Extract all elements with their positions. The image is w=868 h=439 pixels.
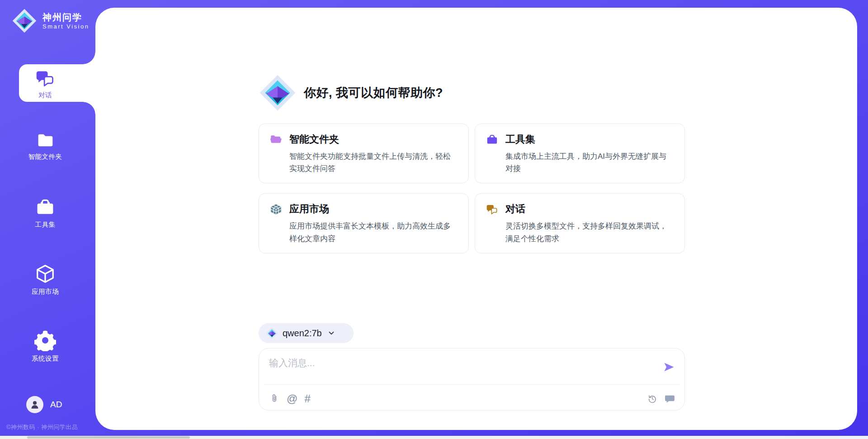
send-button[interactable] <box>663 361 675 373</box>
sidebar-item-label: 工具集 <box>0 220 90 229</box>
sidebar: 神州问学 Smart Vision 对话 智能文件夹 工具集 应用市场 系统设置… <box>0 0 95 439</box>
sidebar-item-chat[interactable]: 对话 <box>0 64 90 100</box>
brand-subtitle: Smart Vision <box>42 23 89 30</box>
at-sign-icon: @ <box>287 393 297 404</box>
mention-button[interactable]: @ <box>287 393 297 404</box>
copyright-text: ©神州数码 · 神州问学出品 <box>6 423 78 431</box>
tab-fillet-bottom <box>83 102 95 115</box>
content-column: 你好, 我可以如何帮助你? 智能文件夹 智能文件夹功能支持批量文件上传与清洗，轻… <box>259 8 685 430</box>
message-input[interactable] <box>269 357 640 382</box>
folder-open-icon <box>270 134 282 146</box>
sidebar-item-smart-folders[interactable]: 智能文件夹 <box>0 131 90 161</box>
card-description: 应用市场提供丰富长文本模板，助力高效生成多样化文章内容 <box>270 220 458 244</box>
brand: 神州问学 Smart Vision <box>12 8 89 33</box>
brand-name: 神州问学 <box>42 12 89 23</box>
scrollbar-thumb[interactable] <box>27 436 190 439</box>
card-description: 灵活切换多模型文件，支持多样回复效果调试，满足个性化需求 <box>486 220 674 244</box>
history-icon <box>647 393 658 404</box>
send-icon <box>663 361 675 373</box>
folder-icon <box>36 131 55 149</box>
avatar <box>26 396 43 413</box>
history-button[interactable] <box>647 393 658 404</box>
horizontal-scrollbar[interactable] <box>0 436 868 439</box>
model-name: qwen2:7b <box>283 328 322 339</box>
composer-toolbar: @ # <box>269 391 675 406</box>
sidebar-item-label: 智能文件夹 <box>0 153 90 161</box>
tab-fillet-top <box>83 52 95 64</box>
composer-divider <box>264 384 680 385</box>
user-account[interactable]: AD <box>26 396 62 413</box>
grid-cube-icon <box>270 203 282 215</box>
card-toolset[interactable]: 工具集 集成市场上主流工具，助力AI与外界无缝扩展与对接 <box>475 124 685 183</box>
gem-logo-icon <box>12 8 37 33</box>
gear-icon <box>34 329 56 351</box>
conversation-button[interactable] <box>664 393 675 405</box>
message-icon <box>664 393 675 405</box>
toolbox-icon <box>35 197 55 217</box>
paperclip-icon <box>269 393 280 405</box>
feature-cards: 智能文件夹 智能文件夹功能支持批量文件上传与清洗，轻松实现文件问答 工具集 集成… <box>259 124 685 253</box>
person-icon <box>29 399 41 410</box>
card-smart-folders[interactable]: 智能文件夹 智能文件夹功能支持批量文件上传与清洗，轻松实现文件问答 <box>259 124 469 183</box>
card-title: 应用市场 <box>289 202 329 216</box>
main-panel: 你好, 我可以如何帮助你? 智能文件夹 智能文件夹功能支持批量文件上传与清洗，轻… <box>95 8 857 430</box>
sidebar-item-label: 应用市场 <box>0 287 90 296</box>
toolbox-icon <box>486 134 498 146</box>
model-selector[interactable]: qwen2:7b <box>259 323 354 343</box>
greeting-block: 你好, 我可以如何帮助你? <box>259 74 685 112</box>
sidebar-item-label: 对话 <box>0 91 90 100</box>
cube-icon <box>35 263 56 284</box>
card-title: 工具集 <box>505 133 535 146</box>
card-description: 智能文件夹功能支持批量文件上传与清洗，轻松实现文件问答 <box>270 150 458 175</box>
hash-icon: # <box>304 393 310 404</box>
card-description: 集成市场上主流工具，助力AI与外界无缝扩展与对接 <box>486 150 674 175</box>
sidebar-item-app-market[interactable]: 应用市场 <box>0 263 90 296</box>
user-name: AD <box>50 400 62 410</box>
greeting-text: 你好, 我可以如何帮助你? <box>304 85 443 101</box>
card-title: 智能文件夹 <box>289 133 339 146</box>
card-chat[interactable]: 对话 灵活切换多模型文件，支持多样回复效果调试，满足个性化需求 <box>475 193 685 253</box>
sidebar-item-settings[interactable]: 系统设置 <box>0 329 90 363</box>
chevron-down-icon <box>327 329 335 337</box>
sidebar-item-toolset[interactable]: 工具集 <box>0 197 90 229</box>
gem-logo-icon <box>266 327 278 339</box>
attach-file-button[interactable] <box>269 393 280 405</box>
chat-bubbles-icon <box>486 203 498 215</box>
gem-logo-icon <box>259 74 297 112</box>
message-composer: @ # <box>259 348 685 410</box>
topic-button[interactable]: # <box>304 393 310 404</box>
chat-bubbles-icon <box>35 68 55 88</box>
card-app-market[interactable]: 应用市场 应用市场提供丰富长文本模板，助力高效生成多样化文章内容 <box>259 193 469 253</box>
card-title: 对话 <box>505 202 525 216</box>
sidebar-item-label: 系统设置 <box>0 354 90 363</box>
